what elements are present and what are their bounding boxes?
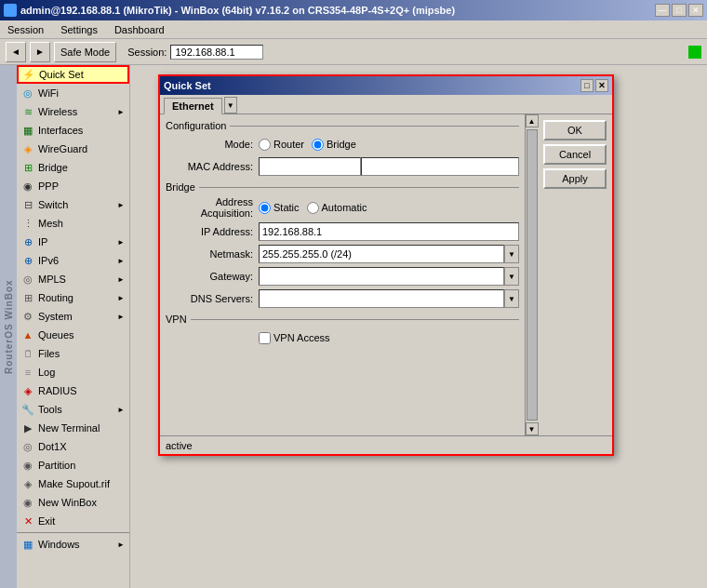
scroll-down-button[interactable]: ▼ <box>526 422 539 435</box>
sidebar-label-mpls: MPLS <box>38 274 113 285</box>
sidebar-item-wireless[interactable]: ≋ Wireless ► <box>17 102 129 121</box>
ip-label: IP Address: <box>166 226 259 237</box>
ipv6-arrow: ► <box>117 257 125 265</box>
scroll-thumb[interactable] <box>527 129 538 421</box>
menu-settings[interactable]: Settings <box>57 22 101 37</box>
sidebar-item-tools[interactable]: 🔧 Tools ► <box>17 400 129 419</box>
netmask-dropdown-button[interactable]: ▼ <box>504 245 519 263</box>
sidebar-item-bridge[interactable]: ⊞ Bridge <box>17 158 129 177</box>
sidebar-item-wireguard[interactable]: ◈ WireGuard <box>17 140 129 158</box>
tab-dropdown-button[interactable]: ▼ <box>224 97 237 114</box>
quickset-icon: ⚡ <box>22 68 35 81</box>
mpls-arrow: ► <box>117 275 125 284</box>
newwinbox-icon: ◉ <box>21 496 34 509</box>
mac-field-container <box>259 157 519 176</box>
sidebar-item-interfaces[interactable]: ▦ Interfaces <box>17 121 129 140</box>
netmask-input[interactable] <box>259 245 504 263</box>
forward-button[interactable]: ► <box>30 42 50 62</box>
safe-mode-button[interactable]: Safe Mode <box>54 42 116 62</box>
vpn-access-checkbox[interactable] <box>259 332 271 344</box>
static-label[interactable]: Static <box>259 202 300 214</box>
sidebar-item-mesh[interactable]: ⋮ Mesh <box>17 214 129 233</box>
sidebar-item-queues[interactable]: ▲ Queues <box>17 326 129 344</box>
queues-icon: ▲ <box>21 328 34 341</box>
sidebar-label-files: Files <box>38 348 125 359</box>
sidebar-item-partition[interactable]: ◉ Partition <box>17 456 129 474</box>
mode-bridge-label[interactable]: Bridge <box>312 139 356 151</box>
sidebar-item-ppp[interactable]: ◉ PPP <box>17 177 129 195</box>
sidebar-item-wifi[interactable]: ◎ WiFi <box>17 84 129 102</box>
connection-status <box>688 46 701 59</box>
sidebar-label-wireguard: WireGuard <box>38 143 125 154</box>
dialog-status-bar: active <box>160 435 612 454</box>
close-button[interactable]: ✕ <box>688 4 703 17</box>
exit-icon: ✕ <box>21 514 34 528</box>
minimize-button[interactable]: — <box>655 4 670 17</box>
sidebar-item-quickset[interactable]: ⚡ Quick Set <box>17 65 129 84</box>
sidebar-item-ipv6[interactable]: ⊕ IPv6 ► <box>17 251 129 270</box>
mode-bridge-radio[interactable] <box>312 139 324 151</box>
vpn-access-row: VPN Access <box>166 328 519 347</box>
dns-input[interactable] <box>259 289 504 308</box>
sidebar-item-system[interactable]: ⚙ System ► <box>17 307 129 326</box>
sidebar-items: ⚡ Quick Set ◎ WiFi ≋ Wireless ► ▦ Interf… <box>17 65 129 554</box>
netmask-row: Netmask: ▼ <box>166 245 519 263</box>
sidebar: RouterOS WinBox ⚡ Quick Set ◎ WiFi ≋ Wir… <box>0 65 130 588</box>
sidebar-item-routing[interactable]: ⊞ Routing ► <box>17 288 129 307</box>
dialog-close-button[interactable]: ✕ <box>595 79 608 92</box>
ok-button[interactable]: OK <box>543 120 607 140</box>
mac-address-input[interactable] <box>259 157 361 176</box>
ip-address-input[interactable] <box>259 222 519 241</box>
sidebar-item-dot1x[interactable]: ◎ Dot1X <box>17 437 129 456</box>
windows-icon: ▦ <box>21 538 34 551</box>
static-text: Static <box>273 202 300 213</box>
sidebar-label-system: System <box>38 311 113 322</box>
sidebar-item-windows[interactable]: ▦ Windows ► <box>17 535 129 554</box>
maximize-button[interactable]: □ <box>672 4 687 17</box>
dialog-title-left: Quick Set <box>164 80 211 91</box>
menu-dashboard[interactable]: Dashboard <box>111 22 168 37</box>
vpn-access-label[interactable]: VPN Access <box>259 332 330 344</box>
menu-session[interactable]: Session <box>4 22 47 37</box>
sidebar-label-quickset: Quick Set <box>39 69 124 80</box>
bridge-section: Bridge Address Acquisition: Static <box>166 181 519 308</box>
sidebar-label-ip: IP <box>38 236 113 247</box>
mac-extra-input[interactable] <box>361 157 519 176</box>
vpn-section: VPN VPN Access <box>166 314 519 347</box>
gateway-container: ▼ <box>259 267 519 286</box>
content-area: Quick Set □ ✕ Ethernet ▼ <box>130 65 707 588</box>
sidebar-label-log: Log <box>38 367 125 378</box>
sidebar-item-mpls[interactable]: ◎ MPLS ► <box>17 270 129 288</box>
sidebar-item-radius[interactable]: ◈ RADIUS <box>17 381 129 400</box>
mode-router-radio[interactable] <box>259 139 271 151</box>
tab-ethernet[interactable]: Ethernet <box>164 98 222 114</box>
mode-router-text: Router <box>273 139 304 150</box>
menu-bar: Session Settings Dashboard <box>0 20 707 39</box>
system-arrow: ► <box>117 313 125 321</box>
sidebar-item-switch[interactable]: ⊟ Switch ► <box>17 195 129 214</box>
gateway-dropdown-button[interactable]: ▼ <box>504 267 519 286</box>
session-value: 192.168.88.1 <box>170 45 263 60</box>
automatic-radio[interactable] <box>307 202 319 214</box>
mode-router-label[interactable]: Router <box>259 139 304 151</box>
cancel-button[interactable]: Cancel <box>543 144 607 165</box>
sidebar-item-ip[interactable]: ⊕ IP ► <box>17 233 129 251</box>
sidebar-item-files[interactable]: 🗒 Files <box>17 344 129 363</box>
sidebar-label-newwinbox: New WinBox <box>38 497 125 508</box>
dns-dropdown-button[interactable]: ▼ <box>504 289 519 308</box>
automatic-text: Automatic <box>322 202 367 213</box>
gateway-input[interactable] <box>259 267 504 286</box>
automatic-label[interactable]: Automatic <box>307 202 367 214</box>
apply-button[interactable]: Apply <box>543 168 607 189</box>
sidebar-item-exit[interactable]: ✕ Exit <box>17 512 129 530</box>
sidebar-item-terminal[interactable]: ▶ New Terminal <box>17 419 129 437</box>
scroll-up-button[interactable]: ▲ <box>526 114 539 127</box>
sidebar-item-makesupout[interactable]: ◈ Make Supout.rif <box>17 474 129 493</box>
back-button[interactable]: ◄ <box>6 42 26 62</box>
static-radio[interactable] <box>259 202 271 214</box>
dialog-maximize-button[interactable]: □ <box>580 79 594 92</box>
sidebar-item-log[interactable]: ≡ Log <box>17 363 129 381</box>
makesupout-icon: ◈ <box>21 477 34 490</box>
main-layout: RouterOS WinBox ⚡ Quick Set ◎ WiFi ≋ Wir… <box>0 65 707 588</box>
sidebar-item-newwinbox[interactable]: ◉ New WinBox <box>17 493 129 512</box>
